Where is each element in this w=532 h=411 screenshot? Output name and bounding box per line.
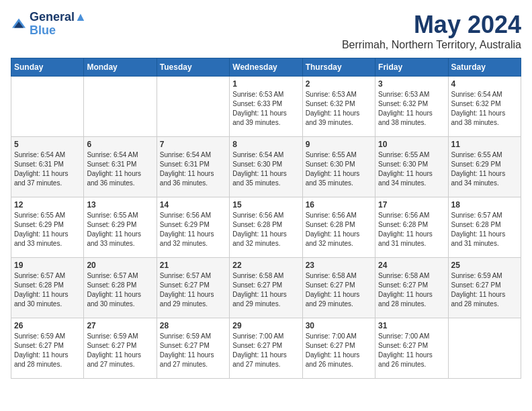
day-number: 16 <box>306 200 372 210</box>
day-number: 19 <box>14 261 81 270</box>
calendar-cell: 27 Sunrise: 6:59 AMSunset: 6:27 PMDaylig… <box>84 318 157 379</box>
calendar-cell: 23 Sunrise: 6:58 AMSunset: 6:27 PMDaylig… <box>302 258 375 318</box>
header-sunday: Sunday <box>11 58 84 77</box>
calendar-cell: 25 Sunrise: 6:59 AMSunset: 6:27 PMDaylig… <box>448 258 521 318</box>
calendar-cell <box>157 77 229 137</box>
day-info: Sunrise: 6:59 AMSunset: 6:27 PMDaylight:… <box>160 332 214 368</box>
header-thursday: Thursday <box>302 58 375 77</box>
calendar-cell: 10 Sunrise: 6:55 AMSunset: 6:30 PMDaylig… <box>375 137 448 197</box>
day-info: Sunrise: 6:55 AMSunset: 6:29 PMDaylight:… <box>451 151 506 187</box>
calendar-cell <box>84 77 157 137</box>
day-number: 21 <box>160 261 226 270</box>
calendar-header-row: SundayMondayTuesdayWednesdayThursdayFrid… <box>11 58 521 77</box>
subtitle: Berrimah, Northern Territory, Australia <box>342 39 521 51</box>
calendar-cell: 7 Sunrise: 6:54 AMSunset: 6:31 PMDayligh… <box>157 137 229 197</box>
day-number: 2 <box>306 79 372 89</box>
header-wednesday: Wednesday <box>230 58 302 77</box>
day-number: 11 <box>451 140 518 149</box>
calendar-cell: 2 Sunrise: 6:53 AMSunset: 6:32 PMDayligh… <box>302 77 375 137</box>
day-info: Sunrise: 6:58 AMSunset: 6:27 PMDaylight:… <box>378 272 433 308</box>
day-number: 13 <box>87 200 153 210</box>
day-info: Sunrise: 6:59 AMSunset: 6:27 PMDaylight:… <box>14 332 69 368</box>
calendar-cell: 21 Sunrise: 6:57 AMSunset: 6:27 PMDaylig… <box>157 258 229 318</box>
day-info: Sunrise: 6:53 AMSunset: 6:32 PMDaylight:… <box>306 91 360 126</box>
day-number: 27 <box>87 321 153 330</box>
calendar-cell: 28 Sunrise: 6:59 AMSunset: 6:27 PMDaylig… <box>157 318 229 379</box>
day-number: 6 <box>87 140 153 149</box>
week-row-1: 1 Sunrise: 6:53 AMSunset: 6:33 PMDayligh… <box>11 77 521 137</box>
calendar-cell: 11 Sunrise: 6:55 AMSunset: 6:29 PMDaylig… <box>448 137 521 197</box>
day-info: Sunrise: 6:57 AMSunset: 6:28 PMDaylight:… <box>87 272 141 308</box>
calendar-cell: 3 Sunrise: 6:53 AMSunset: 6:32 PMDayligh… <box>375 77 448 137</box>
day-info: Sunrise: 6:54 AMSunset: 6:31 PMDaylight:… <box>14 151 69 187</box>
week-row-5: 26 Sunrise: 6:59 AMSunset: 6:27 PMDaylig… <box>11 318 521 379</box>
calendar-table: SundayMondayTuesdayWednesdayThursdayFrid… <box>11 58 521 379</box>
day-number: 17 <box>378 200 445 210</box>
logo-text: General▲ Blue <box>30 11 87 38</box>
day-info: Sunrise: 6:56 AMSunset: 6:28 PMDaylight:… <box>232 212 287 247</box>
calendar-cell: 15 Sunrise: 6:56 AMSunset: 6:28 PMDaylig… <box>230 197 302 258</box>
day-number: 14 <box>160 200 226 210</box>
day-number: 28 <box>160 321 226 330</box>
day-info: Sunrise: 6:56 AMSunset: 6:29 PMDaylight:… <box>160 212 214 247</box>
day-number: 10 <box>378 140 445 149</box>
calendar-cell: 26 Sunrise: 6:59 AMSunset: 6:27 PMDaylig… <box>11 318 84 379</box>
calendar-cell: 12 Sunrise: 6:55 AMSunset: 6:29 PMDaylig… <box>11 197 84 258</box>
week-row-2: 5 Sunrise: 6:54 AMSunset: 6:31 PMDayligh… <box>11 137 521 197</box>
day-info: Sunrise: 6:54 AMSunset: 6:30 PMDaylight:… <box>232 151 287 187</box>
logo: General▲ Blue <box>11 11 87 38</box>
header-saturday: Saturday <box>448 58 521 77</box>
header-friday: Friday <box>375 58 448 77</box>
calendar-cell: 31 Sunrise: 7:00 AMSunset: 6:27 PMDaylig… <box>375 318 448 379</box>
day-info: Sunrise: 7:00 AMSunset: 6:27 PMDaylight:… <box>378 332 433 368</box>
day-number: 18 <box>451 200 518 210</box>
day-info: Sunrise: 6:56 AMSunset: 6:28 PMDaylight:… <box>378 212 433 247</box>
calendar-cell: 9 Sunrise: 6:55 AMSunset: 6:30 PMDayligh… <box>302 137 375 197</box>
day-info: Sunrise: 6:55 AMSunset: 6:29 PMDaylight:… <box>87 212 141 247</box>
page-header: General▲ Blue May 2024 Berrimah, Norther… <box>11 11 521 51</box>
day-number: 29 <box>232 321 299 330</box>
calendar-cell: 14 Sunrise: 6:56 AMSunset: 6:29 PMDaylig… <box>157 197 229 258</box>
day-number: 12 <box>14 200 81 210</box>
calendar-cell: 4 Sunrise: 6:54 AMSunset: 6:32 PMDayligh… <box>448 77 521 137</box>
day-number: 24 <box>378 261 445 270</box>
day-number: 5 <box>14 140 81 149</box>
day-number: 9 <box>306 140 372 149</box>
calendar-cell: 5 Sunrise: 6:54 AMSunset: 6:31 PMDayligh… <box>11 137 84 197</box>
header-tuesday: Tuesday <box>157 58 229 77</box>
day-info: Sunrise: 6:54 AMSunset: 6:31 PMDaylight:… <box>87 151 141 187</box>
day-info: Sunrise: 6:59 AMSunset: 6:27 PMDaylight:… <box>451 272 506 308</box>
day-info: Sunrise: 6:54 AMSunset: 6:32 PMDaylight:… <box>451 91 506 126</box>
day-info: Sunrise: 6:57 AMSunset: 6:28 PMDaylight:… <box>451 212 506 247</box>
main-title: May 2024 <box>342 11 521 39</box>
calendar-cell: 24 Sunrise: 6:58 AMSunset: 6:27 PMDaylig… <box>375 258 448 318</box>
calendar-cell: 20 Sunrise: 6:57 AMSunset: 6:28 PMDaylig… <box>84 258 157 318</box>
day-info: Sunrise: 6:54 AMSunset: 6:31 PMDaylight:… <box>160 151 214 187</box>
day-number: 22 <box>232 261 299 270</box>
calendar-cell: 13 Sunrise: 6:55 AMSunset: 6:29 PMDaylig… <box>84 197 157 258</box>
day-number: 20 <box>87 261 153 270</box>
day-info: Sunrise: 6:55 AMSunset: 6:30 PMDaylight:… <box>306 151 360 187</box>
calendar-cell: 22 Sunrise: 6:58 AMSunset: 6:27 PMDaylig… <box>230 258 302 318</box>
calendar-cell: 19 Sunrise: 6:57 AMSunset: 6:28 PMDaylig… <box>11 258 84 318</box>
day-number: 25 <box>451 261 518 270</box>
day-info: Sunrise: 7:00 AMSunset: 6:27 PMDaylight:… <box>232 332 287 368</box>
calendar-cell: 18 Sunrise: 6:57 AMSunset: 6:28 PMDaylig… <box>448 197 521 258</box>
calendar-cell: 8 Sunrise: 6:54 AMSunset: 6:30 PMDayligh… <box>230 137 302 197</box>
day-number: 31 <box>378 321 445 330</box>
day-number: 15 <box>232 200 299 210</box>
calendar-cell: 16 Sunrise: 6:56 AMSunset: 6:28 PMDaylig… <box>302 197 375 258</box>
day-number: 1 <box>232 79 299 89</box>
calendar-cell <box>448 318 521 379</box>
week-row-3: 12 Sunrise: 6:55 AMSunset: 6:29 PMDaylig… <box>11 197 521 258</box>
day-info: Sunrise: 7:00 AMSunset: 6:27 PMDaylight:… <box>306 332 360 368</box>
calendar-cell: 29 Sunrise: 7:00 AMSunset: 6:27 PMDaylig… <box>230 318 302 379</box>
title-block: May 2024 Berrimah, Northern Territory, A… <box>342 11 521 51</box>
day-info: Sunrise: 6:57 AMSunset: 6:27 PMDaylight:… <box>160 272 214 308</box>
day-info: Sunrise: 6:58 AMSunset: 6:27 PMDaylight:… <box>232 272 287 308</box>
logo-icon <box>11 17 27 31</box>
calendar-cell: 1 Sunrise: 6:53 AMSunset: 6:33 PMDayligh… <box>230 77 302 137</box>
calendar-cell: 6 Sunrise: 6:54 AMSunset: 6:31 PMDayligh… <box>84 137 157 197</box>
day-info: Sunrise: 6:53 AMSunset: 6:33 PMDaylight:… <box>232 91 287 126</box>
day-number: 3 <box>378 79 445 89</box>
